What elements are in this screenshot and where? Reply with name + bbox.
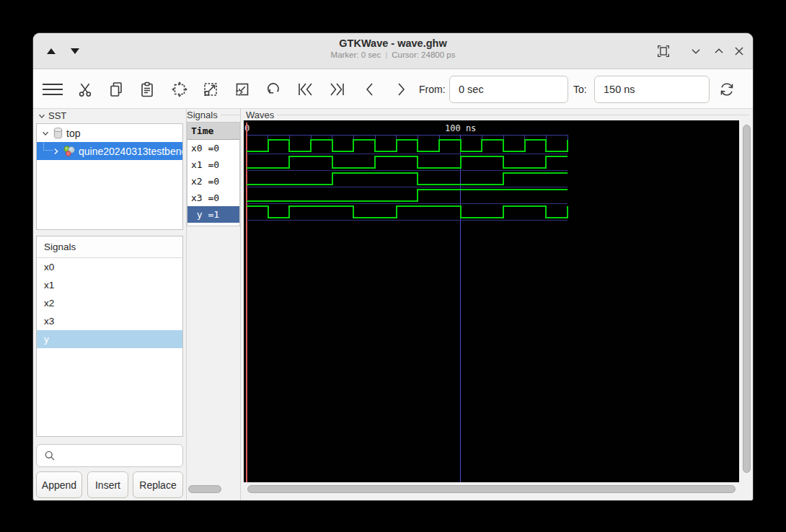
- zoom-fit-button[interactable]: [166, 76, 193, 103]
- title-block: GTKWave - wave.ghw Marker: 0 sec|Cursor:…: [33, 37, 753, 59]
- shift-left-button[interactable]: [356, 76, 384, 103]
- gtkwave-window: GTKWave - wave.ghw Marker: 0 sec|Cursor:…: [32, 32, 754, 501]
- signal-search-field[interactable]: [36, 444, 183, 467]
- signal-name-panel: Time x0 =0 x1 =0 x2 =0 x3 =0 y =1: [187, 122, 240, 226]
- status-subtitle: Marker: 0 sec|Cursor: 24800 ps: [33, 50, 753, 59]
- list-item-x3[interactable]: x3: [37, 312, 182, 330]
- status-divider: |: [381, 50, 392, 59]
- append-button[interactable]: Append: [36, 471, 82, 498]
- to-label: To:: [573, 84, 587, 95]
- screen-background: GTKWave - wave.ghw Marker: 0 sec|Cursor:…: [0, 0, 786, 532]
- search-icon: [43, 449, 56, 462]
- from-label: From:: [419, 84, 446, 95]
- signal-row-x2[interactable]: x2 =0: [187, 173, 239, 190]
- module-cylinder-icon: [53, 127, 63, 140]
- list-item-x2[interactable]: x2: [37, 294, 182, 312]
- fit-window-icon: [655, 43, 671, 59]
- insert-button[interactable]: Insert: [87, 471, 128, 498]
- tree-item-top[interactable]: top: [37, 124, 182, 142]
- tree-item-testbench[interactable]: quine20240313testbench: [37, 142, 182, 160]
- fit-window-button[interactable]: [655, 43, 672, 60]
- paste-button[interactable]: [133, 76, 161, 103]
- marker-status: Marker: 0 sec: [331, 50, 381, 59]
- signals-frame-text: Signals: [187, 110, 218, 120]
- close-icon: [731, 43, 747, 59]
- minimize-button[interactable]: [687, 43, 705, 60]
- go-to-start-button[interactable]: [292, 76, 319, 103]
- waveform-svg: 0100 ns: [244, 120, 739, 482]
- frame-line: [277, 115, 749, 115]
- reload-button[interactable]: [713, 76, 741, 103]
- signal-row-x1[interactable]: x1 =0: [187, 156, 239, 173]
- entity-spheres-icon: [63, 145, 76, 158]
- waveform-canvas[interactable]: 0100 ns: [244, 120, 739, 482]
- chevron-right-icon: [392, 81, 410, 98]
- zoom-in-icon: [202, 81, 219, 98]
- signal-search-list: Signals x0 x1 x2 x3 y: [36, 236, 183, 437]
- waves-frame-text: Waves: [246, 110, 274, 120]
- from-input[interactable]: [449, 76, 568, 103]
- list-item-y[interactable]: y: [37, 330, 182, 348]
- cut-button[interactable]: [71, 76, 99, 103]
- go-to-end-button[interactable]: [323, 76, 350, 103]
- splitter-right[interactable]: [240, 109, 241, 501]
- main-content: SST top quine20240313testbe: [33, 109, 753, 501]
- undo-icon: [265, 81, 282, 98]
- chevron-up-icon: [711, 43, 727, 59]
- chevron-down-icon: [37, 112, 46, 120]
- chevron-down-icon: [688, 43, 704, 59]
- cut-icon: [76, 81, 94, 98]
- list-item-x1[interactable]: x1: [37, 276, 182, 294]
- shift-right-button[interactable]: [387, 76, 415, 103]
- zoom-fit-icon: [171, 81, 188, 98]
- titlebar: GTKWave - wave.ghw Marker: 0 sec|Cursor:…: [33, 33, 753, 69]
- sst-header: SST: [37, 110, 66, 121]
- skip-to-end-icon: [327, 81, 346, 98]
- waves-frame-label: Waves: [246, 110, 749, 120]
- maximize-button[interactable]: [710, 43, 728, 60]
- tree-guide-line: [43, 142, 53, 151]
- zoom-out-icon: [234, 81, 251, 98]
- zoom-in-button[interactable]: [197, 76, 224, 103]
- undo-button[interactable]: [260, 76, 287, 103]
- zoom-out-button[interactable]: [229, 76, 256, 103]
- chevron-left-icon: [361, 81, 379, 98]
- signals-h-scrollbar[interactable]: [188, 485, 221, 493]
- svg-text:100 ns: 100 ns: [445, 123, 476, 133]
- copy-button[interactable]: [102, 76, 130, 103]
- tree-item-label: quine20240313testbench: [79, 146, 182, 157]
- time-header[interactable]: Time: [187, 123, 239, 140]
- tree-item-label: top: [66, 128, 80, 139]
- skip-to-start-icon: [296, 81, 315, 98]
- waves-v-scrollbar[interactable]: [743, 125, 751, 473]
- hamburger-menu-icon: [41, 80, 64, 99]
- expander-icon[interactable]: [40, 128, 51, 139]
- toolbar: From: To:: [33, 69, 753, 109]
- replace-button[interactable]: Replace: [133, 471, 183, 498]
- sst-tree: top quine20240313testbench: [36, 123, 183, 230]
- signal-row-y[interactable]: y =1: [187, 206, 239, 223]
- sst-label: SST: [48, 110, 66, 121]
- copy-icon: [107, 81, 125, 98]
- menu-button[interactable]: [39, 76, 66, 103]
- signals-frame-label: Signals: [187, 110, 240, 120]
- paste-icon: [138, 81, 156, 98]
- reload-icon: [717, 80, 736, 99]
- cursor-status: Cursor: 24800 ps: [392, 50, 455, 59]
- list-item-x0[interactable]: x0: [37, 258, 182, 276]
- to-input[interactable]: [594, 76, 710, 103]
- close-button[interactable]: [730, 43, 748, 60]
- signal-list-header: Signals: [37, 236, 182, 258]
- waves-h-scrollbar[interactable]: [247, 485, 736, 493]
- window-title: GTKWave - wave.ghw: [33, 37, 753, 49]
- signal-row-x0[interactable]: x0 =0: [187, 140, 239, 156]
- frame-line: [221, 115, 240, 115]
- signal-row-x3[interactable]: x3 =0: [187, 190, 239, 206]
